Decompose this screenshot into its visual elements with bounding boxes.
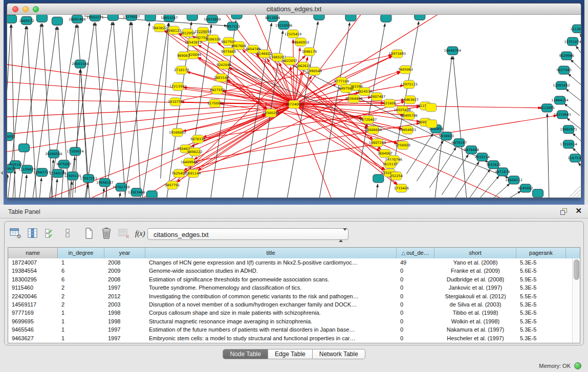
table-cell[interactable]: Yano et al. (2008) <box>434 258 516 267</box>
table-cell[interactable]: 9777169 <box>8 309 58 317</box>
graph-node[interactable] <box>314 15 324 20</box>
graph-node[interactable] <box>52 17 62 25</box>
graph-node[interactable]: 621606 <box>383 99 396 107</box>
table-scrollbar[interactable] <box>572 258 580 343</box>
graph-node[interactable]: 2803144 <box>214 74 229 82</box>
function-builder-icon[interactable]: f(x) <box>135 227 148 239</box>
graph-node[interactable]: 16210643 <box>554 111 571 119</box>
column-header-name[interactable]: name <box>8 248 58 258</box>
table-cell[interactable]: 9115460 <box>8 283 58 292</box>
table-row[interactable]: 977716911998Corpus callosum shape and si… <box>8 309 572 317</box>
graph-node[interactable]: 8912955 <box>180 29 195 37</box>
graph-node[interactable]: 15751074 <box>564 37 581 46</box>
graph-node[interactable]: 10552271 <box>86 15 103 21</box>
table-cell[interactable]: 1998 <box>104 317 145 325</box>
table-cell[interactable]: 5.3E-5 <box>516 317 566 325</box>
column-header-out_de[interactable]: △out_de… <box>397 248 434 258</box>
graph-node[interactable]: 19166852 <box>169 128 186 137</box>
graph-node[interactable]: 10653247 <box>161 15 178 21</box>
graph-node[interactable]: 9227343 <box>556 66 571 74</box>
graph-edge[interactable] <box>578 163 581 173</box>
table-row[interactable]: 2242004622012Investigating the contribut… <box>8 292 572 300</box>
graph-node[interactable]: 7485063 <box>398 65 413 74</box>
graph-node[interactable] <box>18 144 29 152</box>
graph-node[interactable]: 6879197 <box>452 139 467 147</box>
graph-node[interactable] <box>36 15 47 22</box>
graph-edge[interactable] <box>568 74 581 85</box>
graph-node[interactable]: 9457791 <box>165 181 180 189</box>
graph-node[interactable]: 2718170 <box>174 66 189 74</box>
table-cell[interactable]: 18724007 <box>8 258 58 267</box>
graph-node[interactable]: 16648784 <box>444 47 461 55</box>
table-cell[interactable]: 5.3E-5 <box>516 334 566 342</box>
graph-node[interactable]: 16033809 <box>204 15 221 23</box>
table-cell[interactable]: 6 <box>58 275 104 283</box>
table-cell[interactable]: 1997 <box>104 334 145 342</box>
table-cell[interactable]: 0 <box>397 267 434 275</box>
graph-node[interactable]: 10688609 <box>365 126 382 134</box>
table-cell[interactable]: 1 <box>58 325 104 334</box>
graph-edge[interactable] <box>484 184 510 198</box>
graph-edge[interactable] <box>294 104 398 143</box>
table-cell[interactable]: 5.3E-5 <box>516 325 566 334</box>
table-cell[interactable]: 0 <box>397 292 434 300</box>
table-cell[interactable]: 49 <box>397 258 434 267</box>
table-cell[interactable]: 1997 <box>104 283 145 292</box>
table-cell[interactable]: 0 <box>397 283 434 292</box>
graph-node[interactable]: 1810755 <box>168 98 183 106</box>
graph-node[interactable]: 8215955 <box>539 104 554 112</box>
table-cell[interactable]: 0 <box>397 334 434 342</box>
graph-edge[interactable] <box>571 60 581 71</box>
table-cell[interactable]: Genome-wide association studies in ADHD. <box>145 267 397 275</box>
graph-edge[interactable] <box>84 22 112 198</box>
table-cell[interactable]: 0 <box>397 317 434 325</box>
graph-node[interactable]: 12325419 <box>285 30 301 38</box>
table-cell[interactable]: 5.9E-5 <box>516 275 566 283</box>
column-header-pagerank[interactable]: pagerank <box>516 248 566 258</box>
graph-node[interactable] <box>7 15 16 23</box>
table-cell[interactable]: Wolkin et al. (1998) <box>434 317 516 325</box>
graph-node[interactable]: 7632621 <box>486 161 501 169</box>
graph-node[interactable]: 9560123 <box>166 26 181 34</box>
graph-node[interactable]: 15692971 <box>560 125 577 134</box>
table-cell[interactable]: Stergiakouli et al. (2012) <box>434 292 516 300</box>
table-cell[interactable]: 9699695 <box>8 317 58 325</box>
select-column-icon[interactable] <box>26 227 39 239</box>
graph-node[interactable]: 19218506 <box>275 21 292 29</box>
table-cell[interactable]: 5.5E-5 <box>516 292 566 300</box>
table-cell[interactable]: 2012 <box>104 292 145 300</box>
table-cell[interactable]: 1 <box>58 309 104 317</box>
column-header-year[interactable]: year <box>104 248 145 258</box>
table-cell[interactable]: Embryonic stem cells: a model to study s… <box>145 334 397 342</box>
graph-node[interactable]: 16409948 <box>181 158 198 166</box>
table-cell[interactable]: 2003 <box>104 300 145 309</box>
table-cell[interactable]: 6 <box>58 267 104 275</box>
graph-node[interactable]: 1170066 <box>207 99 222 107</box>
graph-node[interactable]: 252254 <box>390 172 403 180</box>
table-cell[interactable]: 0 <box>397 300 434 309</box>
table-cell[interactable]: Estimation of significance thresholds fo… <box>145 275 397 283</box>
graph-edge[interactable] <box>375 184 378 198</box>
graph-node[interactable]: 19654923 <box>399 126 416 134</box>
graph-node[interactable] <box>533 189 543 198</box>
table-cell[interactable]: 2008 <box>104 275 145 283</box>
table-cell[interactable]: 0 <box>397 309 434 317</box>
table-cell[interactable]: 14569117 <box>8 300 58 309</box>
table-cell[interactable]: Hescheler et al. (1997) <box>434 334 516 342</box>
graph-node[interactable]: 17359924 <box>67 147 83 156</box>
graph-edge[interactable] <box>68 23 94 198</box>
graph-node[interactable]: 12444154 <box>551 96 568 104</box>
tab-node-table[interactable]: Node Table <box>223 349 268 359</box>
graph-node[interactable]: 10654112 <box>505 176 522 184</box>
table-cell[interactable]: 5.3E-5 <box>516 283 566 292</box>
resize-grip-icon[interactable] <box>570 186 580 197</box>
graph-node[interactable] <box>373 174 384 183</box>
graph-node[interactable]: 17016514 <box>560 140 577 148</box>
table-cell[interactable]: Structural magnetic resonance image aver… <box>145 317 397 325</box>
table-row[interactable]: 946362711997Embryonic stem cells: a mode… <box>8 334 572 342</box>
graph-node[interactable]: 1167533 <box>568 154 581 162</box>
graph-node[interactable]: 20206556 <box>45 150 62 158</box>
graph-edge[interactable] <box>453 56 467 198</box>
graph-node[interactable]: 1615132 <box>383 160 398 168</box>
table-cell[interactable]: 2008 <box>104 258 145 267</box>
